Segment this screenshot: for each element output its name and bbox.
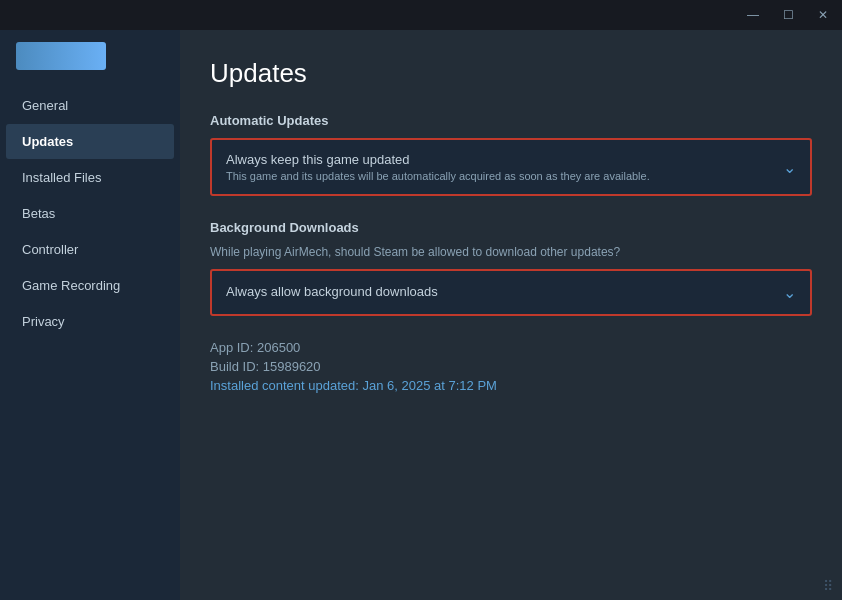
- automatic-updates-main-text: Always keep this game updated: [226, 152, 650, 167]
- titlebar: — ☐ ✕: [0, 0, 842, 30]
- sidebar-item-installed-files[interactable]: Installed Files: [6, 160, 174, 195]
- main-content: Updates Automatic Updates Always keep th…: [180, 30, 842, 600]
- sidebar-item-controller[interactable]: Controller: [6, 232, 174, 267]
- automatic-updates-sub-text: This game and its updates will be automa…: [226, 170, 650, 182]
- background-downloads-title: Background Downloads: [210, 220, 812, 235]
- automatic-updates-title: Automatic Updates: [210, 113, 812, 128]
- sidebar: GeneralUpdatesInstalled FilesBetasContro…: [0, 30, 180, 600]
- app-info-section: App ID: 206500 Build ID: 15989620 Instal…: [210, 340, 812, 393]
- installed-content-text: Installed content updated: Jan 6, 2025 a…: [210, 378, 497, 393]
- maximize-button[interactable]: ☐: [777, 4, 800, 26]
- minimize-button[interactable]: —: [741, 4, 765, 26]
- automatic-updates-chevron-icon: ⌄: [783, 158, 796, 177]
- app-logo: [16, 42, 106, 70]
- background-downloads-dropdown[interactable]: Always allow background downloads ⌄: [210, 269, 812, 316]
- background-downloads-description: While playing AirMech, should Steam be a…: [210, 245, 812, 259]
- build-id-row: Build ID: 15989620: [210, 359, 812, 374]
- sidebar-item-updates[interactable]: Updates: [6, 124, 174, 159]
- installed-content-row: Installed content updated: Jan 6, 2025 a…: [210, 378, 812, 393]
- app-id-row: App ID: 206500: [210, 340, 812, 355]
- sidebar-item-general[interactable]: General: [6, 88, 174, 123]
- close-button[interactable]: ✕: [812, 4, 834, 26]
- sidebar-item-game-recording[interactable]: Game Recording: [6, 268, 174, 303]
- background-downloads-chevron-icon: ⌄: [783, 283, 796, 302]
- sidebar-item-privacy[interactable]: Privacy: [6, 304, 174, 339]
- resize-handle[interactable]: ⠿: [823, 578, 834, 594]
- page-title: Updates: [210, 58, 812, 89]
- sidebar-item-betas[interactable]: Betas: [6, 196, 174, 231]
- background-downloads-main-text: Always allow background downloads: [226, 284, 438, 299]
- automatic-updates-dropdown[interactable]: Always keep this game updated This game …: [210, 138, 812, 196]
